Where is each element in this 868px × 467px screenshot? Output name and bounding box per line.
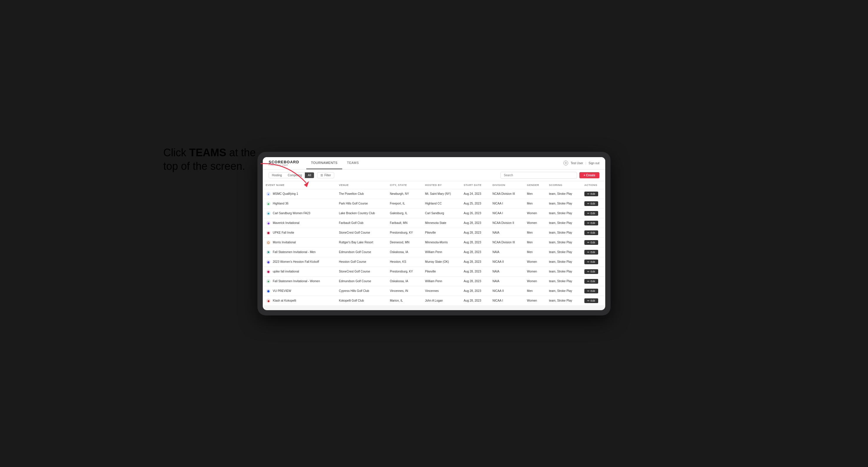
cell-gender: Women — [524, 267, 546, 276]
cell-hosted: Pikeville — [422, 228, 461, 238]
edit-button[interactable]: ✏ Edit — [584, 221, 598, 225]
cell-city: Oskaloosa, IA — [387, 276, 422, 286]
cell-event-name: ⚑ Fall Statesmen Invitational - Men — [263, 247, 336, 257]
cell-hosted: Minnesota-Morris — [422, 238, 461, 247]
cell-division: NICAA I — [490, 208, 524, 218]
filter-competing-btn[interactable]: Competing — [285, 173, 305, 178]
create-btn[interactable]: + Create — [579, 172, 599, 178]
table-row: ♣ Highland 36 Park Hills Golf Course Fre… — [263, 199, 605, 208]
svg-text:⬡: ⬡ — [267, 241, 270, 244]
col-hosted-by: HOSTED BY — [422, 181, 461, 189]
cell-division: NCAA Division II — [490, 218, 524, 228]
table-row: ★ Carl Sandburg Women FA23 Lake Bracken … — [263, 208, 605, 218]
settings-icon[interactable]: ⚙ — [563, 161, 568, 165]
cell-date: Aug 28, 2023 — [461, 238, 490, 247]
cell-venue: Edmundson Golf Course — [336, 247, 387, 257]
svg-text:⬟: ⬟ — [267, 289, 270, 292]
cell-division: NAIA — [490, 267, 524, 276]
team-icon: ⬢ — [266, 269, 271, 274]
cell-actions: ✏ Edit — [581, 257, 605, 267]
signout-link[interactable]: Sign out — [588, 161, 599, 165]
edit-icon: ✏ — [587, 299, 590, 302]
edit-button[interactable]: ✏ Edit — [584, 230, 598, 235]
cell-event-name: ◉ 2023 Women's Hesston Fall Kickoff — [263, 257, 336, 267]
col-gender: GENDER — [524, 181, 546, 189]
edit-button[interactable]: ✏ Edit — [584, 279, 598, 284]
search-input[interactable] — [500, 172, 577, 179]
cell-hosted: William Penn — [422, 276, 461, 286]
cell-city: Marion, IL — [387, 296, 422, 306]
svg-text:✦: ✦ — [267, 280, 270, 283]
edit-button[interactable]: ✏ Edit — [584, 192, 598, 196]
tab-tournaments[interactable]: TOURNAMENTS — [306, 157, 342, 169]
table-row: ⬢ upike fall invitational StoneCrest Gol… — [263, 267, 605, 276]
cell-scoring: team, Stroke Play — [546, 199, 581, 208]
cell-actions: ✏ Edit — [581, 276, 605, 286]
edit-button[interactable]: ✏ Edit — [584, 240, 598, 245]
edit-button[interactable]: ✏ Edit — [584, 201, 598, 206]
cell-venue: Kokopelli Golf Club — [336, 296, 387, 306]
tournaments-table-wrap: EVENT NAME VENUE CITY, STATE HOSTED BY S… — [263, 181, 605, 306]
cell-scoring: team, Stroke Play — [546, 296, 581, 306]
edit-button[interactable]: ✏ Edit — [584, 289, 598, 293]
cell-event-name: ♦ MSMC Qualifying 1 — [263, 189, 336, 199]
cell-hosted: Highland CC — [422, 199, 461, 208]
table-row: ⬡ Morris Invitational Ruttger's Bay Lake… — [263, 238, 605, 247]
cell-city: Faribault, MN — [387, 218, 422, 228]
edit-button[interactable]: ✏ Edit — [584, 211, 598, 216]
cell-city: Prestonsburg, KY — [387, 228, 422, 238]
cell-venue: StoneCrest Golf Course — [336, 228, 387, 238]
edit-icon: ✏ — [587, 251, 590, 254]
cell-event-name: ◆ Klash at Kokopelli — [263, 296, 336, 306]
cell-venue: StoneCrest Golf Course — [336, 267, 387, 276]
cell-hosted: Pikeville — [422, 267, 461, 276]
cell-city: Deerwood, MN — [387, 238, 422, 247]
cell-scoring: team, Stroke Play — [546, 208, 581, 218]
edit-button[interactable]: ✏ Edit — [584, 269, 598, 274]
cell-gender: Men — [524, 238, 546, 247]
edit-icon: ✏ — [587, 241, 590, 244]
cell-actions: ✏ Edit — [581, 218, 605, 228]
table-row: ◆ Klash at Kokopelli Kokopelli Golf Club… — [263, 296, 605, 306]
filter-hosting-btn[interactable]: Hosting — [269, 173, 285, 178]
cell-date: Aug 26, 2023 — [461, 208, 490, 218]
cell-division: NICAA I — [490, 296, 524, 306]
table-row: ◉ 2023 Women's Hesston Fall Kickoff Hess… — [263, 257, 605, 267]
cell-actions: ✏ Edit — [581, 247, 605, 257]
edit-icon: ✏ — [587, 202, 590, 205]
cell-actions: ✏ Edit — [581, 228, 605, 238]
edit-icon: ✏ — [587, 222, 590, 224]
team-icon: ★ — [266, 211, 271, 216]
cell-actions: ✏ Edit — [581, 238, 605, 247]
cell-date: Aug 28, 2023 — [461, 228, 490, 238]
toolbar-right: + Create — [500, 172, 599, 179]
team-icon: ⚑ — [266, 250, 271, 255]
svg-text:♦: ♦ — [268, 192, 269, 195]
edit-button[interactable]: ✏ Edit — [584, 299, 598, 303]
cell-venue: Hesston Golf Course — [336, 257, 387, 267]
filter-all-btn[interactable]: All — [305, 173, 314, 178]
edit-button[interactable]: ✏ Edit — [584, 250, 598, 254]
cell-event-name: ✦ Fall Statesmen Invitational - Women — [263, 276, 336, 286]
team-icon: ⬟ — [266, 230, 271, 236]
cell-actions: ✏ Edit — [581, 189, 605, 199]
svg-text:⚑: ⚑ — [267, 251, 270, 254]
cell-event-name: ★ Carl Sandburg Women FA23 — [263, 208, 336, 218]
cell-event-name: ⬢ upike fall invitational — [263, 267, 336, 276]
toolbar-left: Hosting Competing All ☰ Filter — [269, 172, 334, 178]
cell-date: Aug 28, 2023 — [461, 286, 490, 296]
team-icon: ✦ — [266, 279, 271, 284]
cell-hosted: John A Logan — [422, 296, 461, 306]
svg-text:◉: ◉ — [267, 260, 270, 263]
cell-date: Aug 28, 2023 — [461, 267, 490, 276]
edit-button[interactable]: ✏ Edit — [584, 259, 598, 264]
edit-icon: ✏ — [587, 280, 590, 283]
team-icon: ◆ — [266, 298, 271, 303]
advanced-filter-btn[interactable]: ☰ Filter — [317, 172, 334, 178]
edit-icon: ✏ — [587, 231, 590, 234]
cell-venue: Faribault Golf Club — [336, 218, 387, 228]
edit-icon: ✏ — [587, 270, 590, 273]
tab-teams[interactable]: TEAMS — [342, 157, 363, 169]
cell-division: NAIA — [490, 276, 524, 286]
cell-hosted: Minnesota State — [422, 218, 461, 228]
